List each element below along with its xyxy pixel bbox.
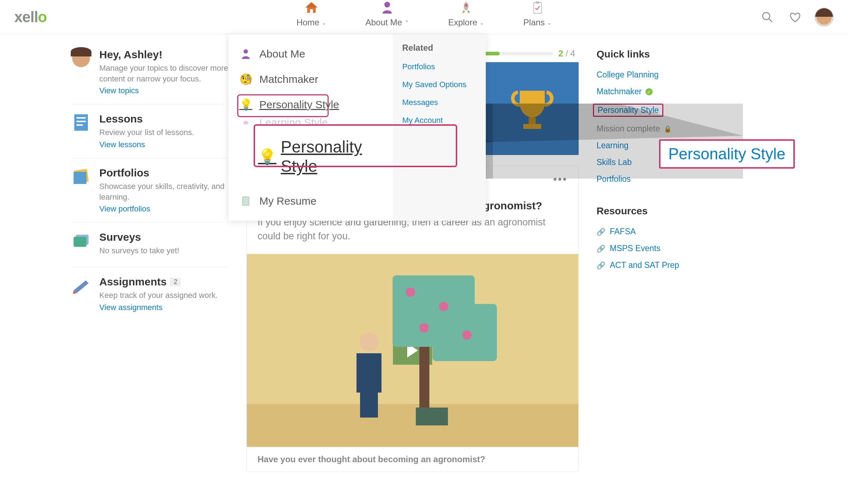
chevron-up-icon: ⌃ [404, 19, 409, 26]
dropdown-label: My Resume [259, 195, 316, 207]
dropdown-label: Personality Style [259, 99, 339, 111]
svg-rect-7 [243, 197, 249, 205]
nav-about-me[interactable]: About Me⌃ [365, 0, 409, 28]
quicklink-label: Matchmaker [597, 87, 642, 96]
check-icon: ✓ [645, 88, 653, 95]
lessons-icon [71, 113, 91, 132]
person-icon [380, 0, 394, 15]
nav-home-label: Home [296, 18, 319, 28]
brand-logo[interactable]: xello [14, 0, 47, 34]
svg-point-4 [763, 13, 770, 20]
nav-home[interactable]: Home⌄ [296, 0, 326, 28]
dropdown-item-resume[interactable]: My Resume [229, 189, 393, 214]
svg-line-5 [769, 19, 772, 22]
nav-right-tools [759, 0, 834, 34]
assignments-desc: Keep track of your assigned work. [99, 290, 218, 301]
svg-rect-19 [74, 172, 86, 184]
quicklink-college-planning[interactable]: College Planning [597, 66, 747, 83]
related-link-messages[interactable]: Messages [402, 94, 477, 111]
chevron-down-icon: ⌄ [547, 19, 552, 26]
view-topics-link[interactable]: View topics [99, 86, 229, 95]
chevron-down-icon: ⌄ [479, 19, 484, 26]
greeting-desc: Manage your topics to discover more cont… [99, 63, 229, 84]
lightbulb-icon: 💡 [261, 148, 274, 165]
resource-link-msps[interactable]: 🔗 MSPS Events [597, 240, 747, 257]
view-lessons-link[interactable]: View lessons [99, 140, 194, 149]
quicklink-portfolios[interactable]: Portfolios [597, 171, 747, 188]
portfolios-icon [71, 167, 91, 186]
goals-total: 4 [570, 49, 575, 58]
assignments-count-badge: 2 [170, 278, 181, 286]
quick-links-heading: Quick links [597, 49, 747, 60]
link-icon: 🔗 [597, 228, 605, 236]
dropdown-item-learning[interactable]: ● Learning Style [229, 117, 393, 124]
dropdown-item-about-me[interactable]: About Me [229, 41, 393, 66]
nav-plans[interactable]: Plans⌄ [523, 0, 552, 28]
main-nav: Home⌄ About Me⌃ Explore⌄ Plans⌄ [296, 0, 552, 34]
lessons-title: Lessons [99, 113, 194, 125]
related-link-portfolios[interactable]: Portfolios [402, 58, 477, 76]
user-avatar-small [71, 49, 91, 68]
dropdown-label: Matchmaker [259, 73, 318, 85]
resource-label: FAFSA [610, 227, 636, 236]
svg-point-1 [465, 4, 468, 7]
nav-explore[interactable]: Explore⌄ [448, 0, 484, 28]
person-illustration [353, 333, 385, 415]
user-avatar[interactable] [814, 8, 834, 27]
dropdown-zoom-label: Personality Style [281, 137, 375, 176]
document-icon [239, 196, 252, 206]
svg-rect-16 [76, 121, 86, 122]
goals-done: 2 [558, 49, 563, 58]
view-assignments-link[interactable]: View assignments [99, 303, 218, 312]
rocket-icon [459, 0, 473, 15]
greeting-title: Hey, Ashley! [99, 49, 229, 61]
related-link-saved-options[interactable]: My Saved Options [402, 76, 477, 94]
resources-section: Resources 🔗 FAFSA 🔗 MSPS Events 🔗 ACT an… [597, 205, 747, 274]
quicklink-mission-complete: Mission complete 🔒 [597, 120, 747, 137]
highlight-frame-quicklink: Personality Style [593, 104, 663, 117]
nav-plans-label: Plans [523, 18, 545, 28]
svg-rect-15 [76, 117, 86, 119]
dropdown-item-matchmaker[interactable]: 🧐 Matchmaker [229, 66, 393, 92]
svg-rect-14 [74, 114, 88, 131]
svg-rect-3 [536, 1, 539, 4]
surveys-block: Surveys No surveys to take yet! [71, 223, 229, 267]
resource-link-act-sat[interactable]: 🔗 ACT and SAT Prep [597, 257, 747, 274]
resources-heading: Resources [597, 205, 747, 217]
callout-label: Personality Style [668, 145, 785, 163]
lessons-desc: Review your list of lessons. [99, 127, 194, 138]
assignments-icon [71, 276, 91, 295]
video-illustration [247, 254, 578, 447]
related-link-account[interactable]: My Account [402, 111, 477, 129]
quicklink-label: Personality Style [598, 105, 659, 115]
left-column: Hey, Ashley! Manage your topics to disco… [71, 49, 229, 472]
avatar-face-icon [817, 10, 832, 25]
feed-video[interactable] [247, 254, 578, 447]
about-me-dropdown: About Me 🧐 Matchmaker 💡 Personality Styl… [229, 34, 486, 221]
resource-label: ACT and SAT Prep [610, 260, 679, 270]
greeting-block: Hey, Ashley! Manage your topics to disco… [71, 49, 229, 104]
clipboard-icon [530, 0, 545, 15]
dropdown-item-personality[interactable]: 💡 Personality Style [229, 92, 393, 117]
home-icon [304, 0, 318, 15]
lock-icon: 🔒 [664, 125, 672, 133]
surveys-icon [71, 231, 91, 250]
dropdown-item-personality-zoomed[interactable]: 💡 Personality Style [243, 127, 393, 186]
dropdown-label: Learning Style [259, 117, 328, 124]
related-heading: Related [402, 43, 477, 53]
surveys-desc: No surveys to take yet! [99, 245, 179, 256]
portfolios-block: Portfolios Showcase your skills, creativ… [71, 158, 229, 223]
view-portfolios-link[interactable]: View portfolios [99, 204, 229, 214]
resource-label: MSPS Events [610, 244, 660, 253]
face-icon: 🧐 [239, 73, 252, 85]
dropdown-label: About Me [259, 48, 305, 60]
favorites-button[interactable] [787, 9, 804, 26]
heart-icon [789, 12, 801, 23]
portfolios-desc: Showcase your skills, creativity, and le… [99, 181, 229, 202]
feed-more-button[interactable]: ••• [553, 173, 568, 185]
resource-link-fafsa[interactable]: 🔗 FAFSA [597, 223, 747, 240]
quicklink-label: Mission complete [597, 124, 660, 134]
quicklink-matchmaker[interactable]: Matchmaker ✓ [597, 83, 747, 100]
quicklink-personality-style[interactable]: Personality Style [597, 100, 747, 120]
search-button[interactable] [759, 9, 776, 26]
